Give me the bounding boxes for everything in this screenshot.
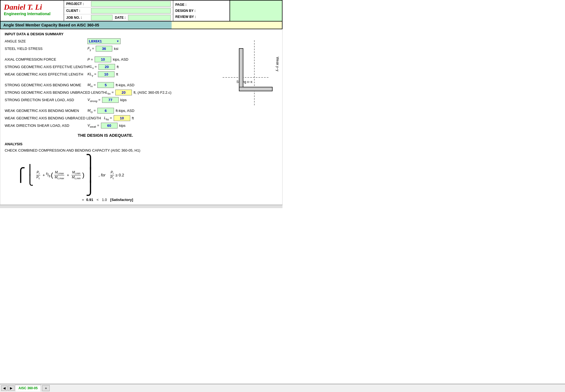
angle-size-dropdown[interactable]: L8X6X1 ▼ xyxy=(87,38,121,44)
weak-moment-row: WEAK GEOMETRIC AXIS BENDING MOMEN Mry = … xyxy=(5,108,206,114)
strong-axis-label: Strong x−x xyxy=(236,80,252,84)
equals-sign: = xyxy=(82,198,84,202)
strong-unbraced-label: STRONG GEOMETRIC AXIS BENDING UNBRACED L… xyxy=(5,90,106,95)
weak-shear-label: WEAK DIRECTION SHEAR LOAD, ASD xyxy=(5,123,87,128)
condition-fraction: Pr Pc xyxy=(110,170,114,180)
jobno-row: JOB NO. : DATE : xyxy=(64,14,173,21)
plus-sign: + xyxy=(43,173,45,177)
mrx-input[interactable]: 5 xyxy=(97,82,114,88)
fy-formula: Fy = xyxy=(87,46,94,51)
project-row: PROJECT : xyxy=(64,1,173,7)
dropdown-arrow-icon: ▼ xyxy=(116,40,119,43)
jobno-label: JOB NO. : xyxy=(66,16,91,20)
mry-input[interactable]: 6 xyxy=(97,108,114,114)
analysis-subtitle: CHECK COMBINED COMPRESSION AND BENDING C… xyxy=(5,148,206,152)
formula-result-value: 0.91 xyxy=(86,198,93,202)
title-bar-right xyxy=(172,22,282,29)
weak-length-label: WEAK GEOMETRIC AXIS EFFECTIVE LENGTH xyxy=(5,72,87,76)
content-right: Weak y−y Strong x−x xyxy=(206,32,278,202)
vstrong-unit: kips xyxy=(120,98,127,102)
lby-input[interactable]: 10 xyxy=(114,115,130,121)
eight-ninth: 8/9 xyxy=(46,172,50,178)
review-by-row: REVIEW BY : xyxy=(175,14,227,19)
content-left: INPUT DATA & DESIGN SUMMARY ANGLE SIZE L… xyxy=(5,32,206,202)
vweak-input[interactable]: 60 xyxy=(101,123,118,128)
formula-result-status: [Satisfactory] xyxy=(110,198,133,202)
vstrong-formula: Vstrong = xyxy=(87,98,100,103)
input-data-section: INPUT DATA & DESIGN SUMMARY ANGLE SIZE L… xyxy=(5,32,206,128)
klx-input[interactable]: 20 xyxy=(98,64,115,70)
project-value[interactable] xyxy=(91,1,171,7)
angle-diagram: Weak y−y Strong x−x xyxy=(212,35,278,113)
title-bar: Angle Steel Member Capacity Based on AIS… xyxy=(1,22,172,29)
axial-label: AXIAL COMPRESSION FORCE xyxy=(5,57,87,61)
client-value[interactable] xyxy=(91,8,171,14)
p-formula: P = xyxy=(87,57,93,61)
project-label: PROJECT : xyxy=(66,2,91,6)
client-label: CLIENT : xyxy=(66,9,91,13)
vstrong-input[interactable]: 77 xyxy=(102,97,119,103)
client-row: CLIENT : xyxy=(64,7,173,14)
analysis-title: ANALYSIS xyxy=(5,142,206,146)
horizontal-leg-filled xyxy=(239,87,272,91)
mry-formula: Mry = xyxy=(87,108,96,113)
input-section-title: INPUT DATA & DESIGN SUMMARY xyxy=(5,32,206,36)
mr-max-fraction: Mr,max Mc,max xyxy=(54,170,65,180)
date-value[interactable] xyxy=(128,15,171,20)
angle-size-label: ANGLE SIZE xyxy=(5,39,87,43)
mrx-unit: ft-kips, ASD xyxy=(116,83,134,87)
plus-sign2: + xyxy=(67,173,69,177)
angle-svg: Weak y−y Strong x−x xyxy=(212,35,272,112)
steel-yield-row: STEEL YIELD STRESS Fy = 36 ksi xyxy=(5,46,206,52)
header-right-section: PAGE : DESIGN BY : REVIEW BY : xyxy=(173,1,282,21)
logo-title: Daniel T. Li xyxy=(4,3,60,12)
page-row: PAGE : xyxy=(175,2,227,7)
inner-open-paren: ( xyxy=(51,171,53,179)
mr-min-fraction: Mr,min Mc,min xyxy=(71,170,81,180)
header-logo: Daniel T. Li Engineering International xyxy=(1,1,64,21)
date-label: DATE : xyxy=(115,16,126,20)
design-result: THE DESIGN IS ADEQUATE. xyxy=(5,133,206,138)
kly-input[interactable]: 10 xyxy=(98,71,114,77)
header-fields: PROJECT : CLIENT : JOB NO. : DATE : xyxy=(64,1,173,21)
p-unit: kips, ASD xyxy=(113,57,128,61)
strong-unbraced-row: STRONG GEOMETRIC AXIS BENDING UNBRACED L… xyxy=(5,90,206,95)
page-label: PAGE : xyxy=(175,3,186,7)
horizontal-scrollbar[interactable] xyxy=(0,205,282,208)
vertical-leg-filled xyxy=(239,49,243,90)
design-by-label: DESIGN BY : xyxy=(175,9,196,13)
weak-unbraced-row: WEAK GEOMETRIC AXIS BENDING UNBRACED LEN… xyxy=(5,115,206,121)
fy-input[interactable]: 36 xyxy=(96,46,112,52)
lby-formula: Lby = xyxy=(104,116,112,121)
p-input[interactable]: 10 xyxy=(95,57,111,62)
kly-unit: ft xyxy=(116,72,118,76)
jobno-value[interactable] xyxy=(91,15,113,20)
pr-pc-fraction: Pr Pc xyxy=(36,170,41,180)
mrx-formula: Mrx = xyxy=(87,83,96,88)
strong-moment-label: STRONG GEOMETRIC AXIS BENDING MOME xyxy=(5,83,87,87)
strong-shear-label: STRONG DIRECTION SHEAR LOAD, ASD xyxy=(5,98,87,102)
for-text: , for xyxy=(99,173,105,177)
formula-content: Pr Pc + 8/9 ( Mr,max Mc,max + Mr,min xyxy=(35,170,84,180)
open-bracket: ⎧ xyxy=(16,168,26,182)
fy-unit: ksi xyxy=(114,47,118,51)
header-right-values xyxy=(230,1,282,21)
lbx-formula: Lbx = xyxy=(106,90,114,95)
strong-shear-row: STRONG DIRECTION SHEAR LOAD, ASD Vstrong… xyxy=(5,97,206,103)
vweak-formula: Vweak = xyxy=(87,123,99,128)
klx-formula: KLx = xyxy=(88,65,97,69)
lbx-input[interactable]: 20 xyxy=(115,90,132,95)
steel-yield-label: STEEL YIELD STRESS xyxy=(5,47,87,51)
main-content: INPUT DATA & DESIGN SUMMARY ANGLE SIZE L… xyxy=(0,29,282,205)
weak-axis-label: Weak y−y xyxy=(276,57,279,71)
design-by-row: DESIGN BY : xyxy=(175,8,227,13)
header: Daniel T. Li Engineering International P… xyxy=(0,0,282,22)
formula-box: ⎧ ⎪⎩ Pr Pc + 8/9 ( Mr,max Mc,max xyxy=(16,155,206,195)
inner-close-paren: ) xyxy=(82,171,84,179)
analysis-section: ANALYSIS CHECK COMBINED COMPRESSION AND … xyxy=(5,142,206,202)
lbx-unit: ft, (AISC 360-05 F2.2.c) xyxy=(134,90,171,95)
klx-unit: ft xyxy=(117,65,119,69)
formula-result-limit: 1.0 xyxy=(102,198,107,202)
strong-moment-row: STRONG GEOMETRIC AXIS BENDING MOME Mrx =… xyxy=(5,82,206,88)
weak-length-row: WEAK GEOMETRIC AXIS EFFECTIVE LENGTH KLy… xyxy=(5,71,206,77)
